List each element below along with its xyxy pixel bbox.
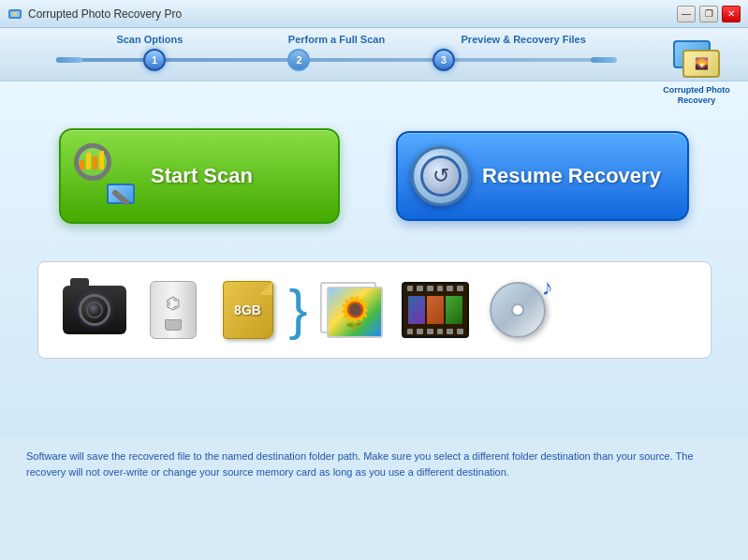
hole-b3: [427, 329, 433, 334]
step-bar: Scan Options Perform a Full Scan Preview…: [0, 28, 748, 81]
camera-body: [63, 286, 126, 334]
step-label-3: Preview & Recovery Files: [430, 34, 692, 45]
step-dot-1-container: 1: [82, 49, 227, 71]
bar-4: [99, 151, 104, 169]
sd-card-icon: 8GB: [214, 277, 282, 343]
maximize-button[interactable]: ❐: [699, 6, 718, 22]
lens-inner: [86, 302, 103, 318]
usb-body: ⌬: [150, 281, 197, 339]
music-disc: ♪: [490, 282, 546, 338]
bottom-text-content: Software will save the recovered file to…: [26, 450, 694, 478]
film-holes-top: [403, 284, 467, 293]
hole-b1: [407, 329, 414, 334]
window-controls: — ❐ ✕: [677, 6, 741, 22]
step-bar-section: Scan Options Perform a Full Scan Preview…: [0, 28, 748, 81]
time-machine-inner: ↺: [420, 155, 462, 197]
usb-symbol: ⌬: [166, 293, 181, 314]
step-dot-2-container: 2: [227, 49, 371, 71]
hole-t2: [417, 286, 423, 291]
usb-plug: [165, 319, 182, 331]
sd-card-body: 8GB: [223, 281, 273, 339]
camera-lens: [79, 294, 110, 326]
title-bar: Corrupted Photo Recovery Pro — ❐ ✕: [0, 0, 748, 28]
hole-b5: [447, 329, 453, 334]
film-frame-2: [427, 296, 444, 324]
hole-b4: [437, 329, 444, 334]
buttons-row: Start Scan ↺ Resume Recovery: [59, 128, 689, 224]
start-scan-label: Start Scan: [151, 164, 253, 188]
hole-b2: [417, 329, 423, 334]
hole-t1: [407, 286, 414, 291]
step-labels: Scan Options Perform a Full Scan Preview…: [0, 34, 748, 45]
logo-text-line2: Recovery: [678, 96, 716, 106]
step-end-bar: [591, 57, 617, 63]
close-button[interactable]: ✕: [722, 6, 741, 22]
bar-2: [86, 153, 91, 169]
camera-top: [70, 278, 89, 286]
step-label-1: Scan Options: [56, 34, 243, 45]
start-scan-button[interactable]: Start Scan: [59, 128, 340, 224]
hole-t3: [427, 286, 433, 291]
step-dot-3: 3: [433, 49, 455, 71]
scan-icon: [74, 143, 139, 209]
film-strip-body: [402, 282, 469, 338]
step-dot-1: 1: [143, 49, 166, 71]
app-logo: 🌄 Corrupted Photo Recovery: [654, 36, 739, 111]
film-strip-icon: [398, 277, 473, 343]
usb-drive-icon: ⌬: [139, 277, 207, 343]
resume-recovery-label: Resume Recovery: [482, 164, 661, 188]
disc-center: [511, 303, 524, 317]
bottom-info-text: Software will save the recovered file to…: [0, 437, 748, 491]
bracket-symbol: }: [289, 282, 308, 338]
magnifier-icon: [74, 143, 135, 204]
time-machine-icon: ↺: [411, 146, 471, 206]
sd-label: 8GB: [234, 302, 261, 317]
camera-icon: [57, 277, 132, 343]
hole-b6: [457, 329, 463, 334]
photo-front: 🌻: [327, 287, 383, 338]
hole-t5: [447, 286, 453, 291]
logo-text-line1: Corrupted Photo: [663, 85, 730, 96]
main-content: Start Scan ↺ Resume Recovery: [0, 81, 748, 437]
step-track: 1 2 3: [0, 49, 748, 71]
film-frames: [408, 296, 462, 324]
hole-t6: [457, 286, 463, 291]
step-start-bar: [56, 57, 82, 63]
step-label-2: Perform a Full Scan: [243, 34, 431, 45]
time-machine-arrow: ↺: [433, 164, 449, 188]
svg-point-2: [13, 12, 17, 16]
app-icon: [7, 7, 22, 22]
film-frame-1: [408, 296, 425, 324]
bar-1: [80, 160, 84, 169]
icons-strip: ⌬ 8GB } 🌻: [37, 261, 711, 359]
resume-recovery-button[interactable]: ↺ Resume Recovery: [396, 131, 689, 221]
music-icon: ♪: [480, 277, 555, 343]
sunflower-emoji: 🌻: [335, 294, 374, 332]
step-dot-3-container: 3: [372, 49, 591, 71]
bar-3: [93, 156, 97, 169]
film-frame-3: [446, 296, 462, 324]
logo-front-card: 🌄: [682, 50, 720, 78]
photos-icon: 🌻: [315, 277, 390, 343]
minimize-button[interactable]: —: [677, 6, 696, 22]
film-holes-bottom: [403, 327, 467, 336]
music-note-symbol: ♪: [542, 274, 553, 301]
app-title: Corrupted Photo Recovery Pro: [28, 7, 677, 21]
step-dot-2: 2: [287, 49, 310, 71]
hole-t4: [437, 286, 444, 291]
logo-image: 🌄: [668, 40, 725, 82]
chart-bars: [80, 151, 104, 169]
sd-notch: [259, 282, 272, 295]
